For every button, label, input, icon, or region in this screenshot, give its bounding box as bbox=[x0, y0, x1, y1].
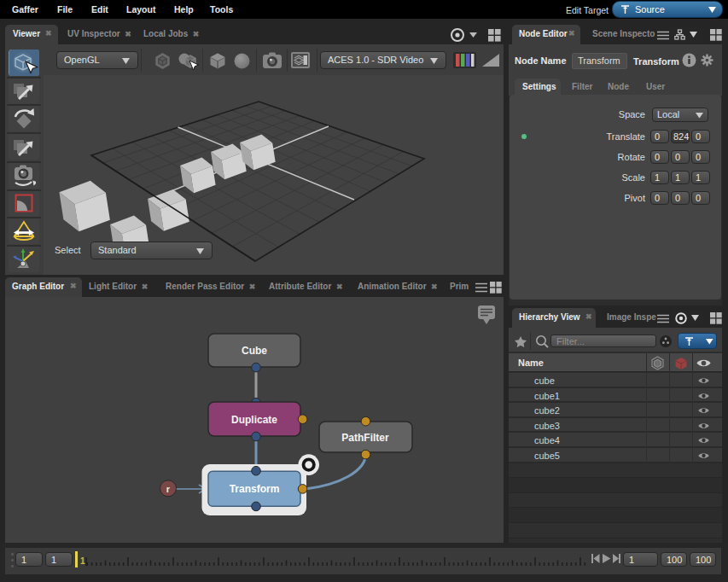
svg-text:Cube: Cube bbox=[242, 345, 267, 357]
svg-text:Duplicate: Duplicate bbox=[231, 414, 277, 426]
svg-text:PathFilter: PathFilter bbox=[341, 432, 389, 444]
svg-text:r: r bbox=[166, 484, 171, 494]
svg-text:Transform: Transform bbox=[230, 483, 280, 495]
